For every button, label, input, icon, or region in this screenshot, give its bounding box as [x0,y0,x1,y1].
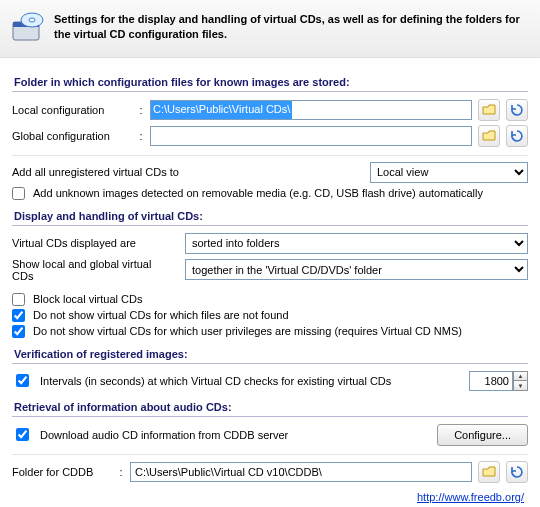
showlg-label: Show local and global virtual CDs [12,258,175,282]
priv-label: Do not show virtual CDs for which user p… [33,325,462,337]
cddb-folder-label: Folder for CDDB [12,466,112,478]
block-local-label: Block local virtual CDs [33,293,142,305]
global-config-input[interactable] [150,126,472,146]
local-config-label: Local configuration [12,104,132,116]
section-verification: Verification of registered images: [12,344,528,364]
local-config-input[interactable]: C:\Users\Public\Virtual CDs\ [150,100,472,120]
showlg-select[interactable]: together in the 'Virtual CD/DVDs' folder [185,259,528,280]
notfound-checkbox[interactable] [12,309,25,322]
section-audio-retrieval: Retrieval of information about audio CDs… [12,397,528,417]
cddb-reset-button[interactable] [506,461,528,483]
interval-spin-down[interactable]: ▼ [513,380,528,391]
displayed-label: Virtual CDs displayed are [12,237,175,249]
add-unknown-checkbox[interactable] [12,187,25,200]
interval-checkbox[interactable] [16,374,29,387]
download-cddb-label: Download audio CD information from CDDB … [40,429,288,441]
global-config-browse-button[interactable] [478,125,500,147]
configure-button[interactable]: Configure... [437,424,528,446]
displayed-select[interactable]: sorted into folders [185,233,528,254]
section-display-handling: Display and handling of virtual CDs: [12,206,528,226]
add-unknown-label: Add unknown images detected on removable… [33,187,483,199]
freedb-link[interactable]: http://www.freedb.org/ [417,491,524,503]
section-config-folders: Folder in which configuration files for … [12,72,528,92]
global-config-reset-button[interactable] [506,125,528,147]
priv-checkbox[interactable] [12,325,25,338]
local-config-reset-button[interactable] [506,99,528,121]
cddb-folder-input[interactable] [130,462,472,482]
interval-label: Intervals (in seconds) at which Virtual … [40,375,391,387]
svg-point-3 [29,18,35,22]
add-unregistered-select[interactable]: Local view [370,162,528,183]
interval-input[interactable] [469,371,513,391]
download-cddb-checkbox[interactable] [16,428,29,441]
local-config-browse-button[interactable] [478,99,500,121]
notfound-label: Do not show virtual CDs for which files … [33,309,289,321]
global-config-label: Global configuration [12,130,132,142]
app-icon [12,10,44,42]
cddb-browse-button[interactable] [478,461,500,483]
block-local-checkbox[interactable] [12,293,25,306]
interval-spin-up[interactable]: ▲ [513,371,528,381]
add-unregistered-label: Add all unregistered virtual CDs to [12,166,360,178]
header-description: Settings for the display and handling of… [54,10,528,43]
